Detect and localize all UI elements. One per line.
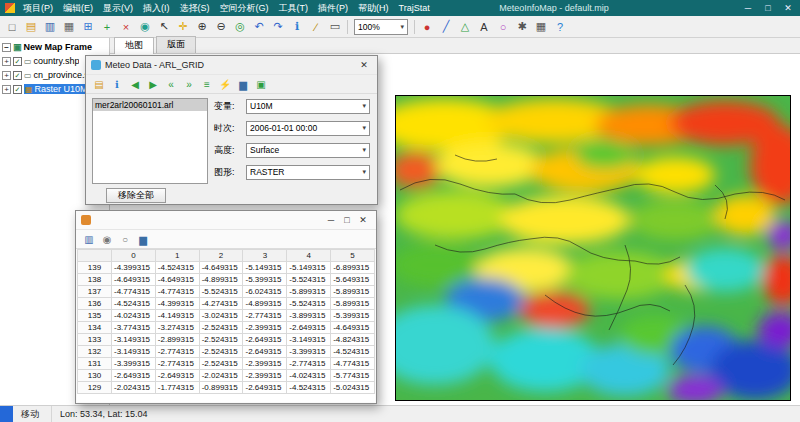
- pan-hand-icon[interactable]: ✛: [174, 18, 192, 36]
- menu-item-1[interactable]: 项目(P): [18, 2, 58, 15]
- expand-icon[interactable]: +: [2, 71, 11, 80]
- draw-polygon-icon[interactable]: △: [456, 18, 474, 36]
- expand-icon[interactable]: +: [2, 57, 11, 66]
- animate-icon[interactable]: ⚡: [217, 76, 233, 92]
- select-arrow-icon[interactable]: ↖: [155, 18, 173, 36]
- add-frame-icon[interactable]: ⊞: [79, 18, 97, 36]
- layer-checkbox[interactable]: ✓: [13, 57, 22, 66]
- map-frame-label: New Map Frame: [24, 42, 93, 52]
- table-row-11[interactable]: 129-2.024315-1.774315-0.899315-2.649315-…: [78, 382, 375, 394]
- chart-icon[interactable]: ▆: [235, 76, 251, 92]
- toolbar-separator: [414, 20, 415, 34]
- circle-mode-icon[interactable]: ○: [117, 231, 133, 247]
- save-icon[interactable]: ▥: [41, 18, 59, 36]
- print-icon[interactable]: ▦: [60, 18, 78, 36]
- tab-2[interactable]: 版面: [156, 36, 196, 53]
- menu-item-4[interactable]: 插入(I): [138, 2, 175, 15]
- field-combobox[interactable]: Surface▾: [246, 143, 370, 158]
- next-extent-icon[interactable]: ↷: [269, 18, 287, 36]
- meteo-dialog-titlebar[interactable]: Meteo Data - ARL_GRID ✕: [86, 56, 377, 74]
- menu-item-7[interactable]: 工具(T): [274, 2, 314, 15]
- help-icon[interactable]: ?: [551, 18, 569, 36]
- field-row-4: 图形:RASTER▾: [214, 164, 370, 180]
- globe-icon[interactable]: ◉: [136, 18, 154, 36]
- grid-table-wrap[interactable]: 012345 139-4.399315-4.524315-4.649315-5.…: [77, 249, 375, 402]
- menu-item-5[interactable]: 选择(S): [175, 2, 215, 15]
- draw-line-icon[interactable]: ╱: [437, 18, 455, 36]
- map-frame-node[interactable]: − ▣ New Map Frame: [0, 40, 109, 54]
- attribute-table-icon[interactable]: ▦: [532, 18, 550, 36]
- maximize-button[interactable]: □: [758, 3, 778, 13]
- menu-item-9[interactable]: 帮助(H): [353, 2, 394, 15]
- list-icon[interactable]: ≡: [199, 76, 215, 92]
- table-minimize-button[interactable]: ─: [323, 215, 339, 225]
- menu-item-6[interactable]: 空间分析(G): [215, 2, 274, 15]
- field-combobox[interactable]: U10M▾: [246, 99, 370, 114]
- draw-circle-icon[interactable]: ○: [494, 18, 512, 36]
- chart-mode-icon[interactable]: ▆: [135, 231, 151, 247]
- tab-1[interactable]: 地图: [114, 37, 154, 54]
- collapse-icon[interactable]: −: [2, 43, 11, 52]
- cell: -2.024315: [112, 382, 156, 394]
- cell: -6.899315: [331, 262, 375, 274]
- file-item-1[interactable]: mer2arl20060101.arl: [93, 99, 207, 111]
- table-row-9[interactable]: 131-3.399315-2.774315-2.524315-2.399315-…: [78, 358, 375, 370]
- remove-all-button[interactable]: 移除全部: [106, 188, 166, 203]
- grid-dialog-titlebar[interactable]: ─□✕: [76, 211, 376, 229]
- expand-icon[interactable]: +: [2, 85, 11, 94]
- layer-checkbox[interactable]: ✓: [13, 85, 22, 94]
- menu-item-10[interactable]: TrajStat: [394, 3, 435, 13]
- first-time-icon[interactable]: «: [163, 76, 179, 92]
- settings-icon[interactable]: ✱: [513, 18, 531, 36]
- menu-item-8[interactable]: 插件(P): [313, 2, 353, 15]
- open-icon[interactable]: ▤: [22, 18, 40, 36]
- menu-item-2[interactable]: 编辑(E): [58, 2, 98, 15]
- add-data-icon[interactable]: +: [98, 18, 116, 36]
- new-icon[interactable]: □: [3, 18, 21, 36]
- column-header-1: 0: [112, 250, 156, 262]
- zoom-in-icon[interactable]: ⊕: [193, 18, 211, 36]
- table-row-10[interactable]: 130-2.649315-2.649315-2.024315-2.399315-…: [78, 370, 375, 382]
- save-table-icon[interactable]: ▥: [81, 231, 97, 247]
- menu-item-3[interactable]: 显示(V): [98, 2, 138, 15]
- table-row-1[interactable]: 139-4.399315-4.524315-4.649315-5.149315-…: [78, 262, 375, 274]
- last-time-icon[interactable]: »: [181, 76, 197, 92]
- table-row-2[interactable]: 138-4.649315-4.649315-4.899315-5.399315-…: [78, 274, 375, 286]
- identify-icon[interactable]: ℹ: [288, 18, 306, 36]
- info-icon[interactable]: ℹ: [109, 76, 125, 92]
- measure-icon[interactable]: ∕: [307, 18, 325, 36]
- zoom-select[interactable]: 100% ▾: [354, 19, 408, 35]
- field-combobox[interactable]: 2006-01-01 00:00▾: [246, 121, 370, 136]
- toolbar-separator: [347, 20, 348, 34]
- minimize-button[interactable]: ─: [738, 3, 758, 13]
- zoom-out-icon[interactable]: ⊖: [212, 18, 230, 36]
- prev-extent-icon[interactable]: ↶: [250, 18, 268, 36]
- prev-time-icon[interactable]: ◀: [127, 76, 143, 92]
- next-time-icon[interactable]: ▶: [145, 76, 161, 92]
- remove-data-icon[interactable]: ×: [117, 18, 135, 36]
- field-combobox[interactable]: RASTER▾: [246, 165, 370, 180]
- table-maximize-button[interactable]: □: [339, 215, 355, 225]
- meteo-dialog-close-icon[interactable]: ✕: [356, 60, 372, 70]
- column-header-2: 1: [155, 250, 199, 262]
- table-row-5[interactable]: 135-4.024315-4.149315-3.024315-2.774315-…: [78, 310, 375, 322]
- layer-checkbox[interactable]: ✓: [13, 71, 22, 80]
- table-close-button[interactable]: ✕: [355, 215, 371, 225]
- draw-point-icon[interactable]: ●: [418, 18, 436, 36]
- close-button[interactable]: ✕: [778, 3, 798, 13]
- table-row-8[interactable]: 132-3.149315-2.774315-2.524315-2.649315-…: [78, 346, 375, 358]
- map-draw-icon[interactable]: ▣: [253, 76, 269, 92]
- table-row-7[interactable]: 133-3.149315-2.899315-2.524315-2.649315-…: [78, 334, 375, 346]
- table-row-6[interactable]: 134-3.774315-3.274315-2.524315-2.399315-…: [78, 322, 375, 334]
- dot-mode-icon[interactable]: ◉: [99, 231, 115, 247]
- field-label: 变量:: [214, 100, 246, 113]
- taskbar-icon[interactable]: [0, 406, 13, 422]
- open-data-icon[interactable]: ▤: [91, 76, 107, 92]
- table-row-4[interactable]: 136-4.524315-4.399315-4.274315-4.899315-…: [78, 298, 375, 310]
- select-rect-icon[interactable]: ▭: [326, 18, 344, 36]
- table-row-3[interactable]: 137-4.774315-4.774315-5.524315-6.024315-…: [78, 286, 375, 298]
- raster-layer-u10m[interactable]: [395, 95, 791, 401]
- draw-text-icon[interactable]: A: [475, 18, 493, 36]
- full-extent-icon[interactable]: ◎: [231, 18, 249, 36]
- file-list[interactable]: mer2arl20060101.arl: [92, 98, 208, 184]
